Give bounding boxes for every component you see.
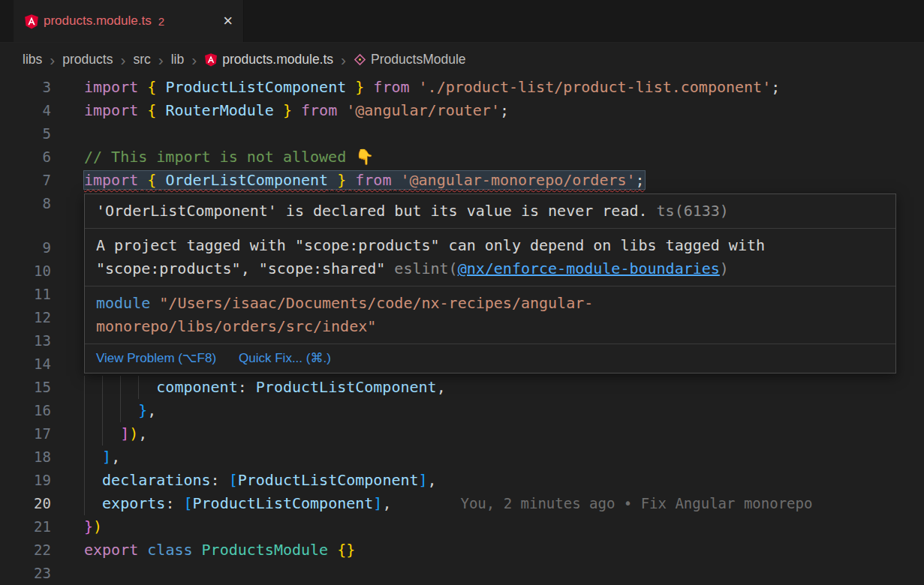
code-line[interactable]: 18], bbox=[0, 446, 924, 469]
line-number[interactable]: 4 bbox=[0, 99, 51, 122]
indent-guide bbox=[84, 492, 102, 515]
line-content: declarations: [ProductListComponent], bbox=[84, 469, 924, 492]
line-number[interactable]: 14 bbox=[0, 352, 51, 376]
code-line[interactable]: 23 bbox=[0, 562, 924, 585]
code-token: , bbox=[382, 494, 391, 512]
module-info-row: module "/Users/isaac/Documents/code/nx-r… bbox=[85, 286, 895, 344]
code-token: declarations bbox=[102, 471, 211, 489]
line-number[interactable]: 16 bbox=[0, 399, 51, 422]
eslint-diagnostic-row: A project tagged with "scope:products" c… bbox=[85, 229, 895, 286]
code-token bbox=[156, 101, 165, 119]
eslint-source-prefix: eslint( bbox=[394, 260, 457, 278]
line-number[interactable]: 13 bbox=[0, 329, 51, 352]
code-token: // This import is not allowed bbox=[84, 148, 355, 166]
indent-guide bbox=[84, 399, 138, 422]
line-content: ], bbox=[84, 446, 924, 469]
breadcrumb-item-libs[interactable]: libs bbox=[23, 52, 42, 68]
code-token: { bbox=[147, 171, 156, 189]
code-token: ] bbox=[419, 471, 428, 489]
line-number[interactable]: 19 bbox=[0, 469, 51, 492]
line-number[interactable]: 15 bbox=[0, 376, 51, 399]
code-line[interactable]: 16}, bbox=[0, 399, 924, 422]
code-token bbox=[328, 541, 337, 559]
ts-diagnostic-row: 'OrderListComponent' is declared but its… bbox=[85, 194, 895, 229]
code-token bbox=[138, 541, 147, 559]
code-line[interactable]: 4import { RouterModule } from '@angular/… bbox=[0, 99, 924, 122]
angular-file-icon bbox=[204, 52, 218, 67]
tab-products-module[interactable]: products.module.ts 2 × bbox=[14, 0, 244, 42]
line-number[interactable]: 11 bbox=[0, 283, 51, 306]
line-number[interactable]: 5 bbox=[0, 122, 51, 146]
code-token bbox=[138, 78, 147, 96]
code-token: ] bbox=[102, 448, 111, 466]
code-token bbox=[410, 78, 419, 96]
code-line[interactable]: 7import { OrderListComponent } from '@an… bbox=[0, 169, 924, 192]
code-token: import bbox=[84, 78, 138, 96]
code-line[interactable]: 6// This import is not allowed 👇 bbox=[0, 146, 924, 169]
line-content: exports: [ProductListComponent],You, 2 m… bbox=[84, 492, 924, 515]
line-number[interactable]: 21 bbox=[0, 515, 51, 538]
code-token: { bbox=[147, 101, 156, 119]
line-number[interactable]: 3 bbox=[0, 76, 51, 99]
quick-fix-action[interactable]: Quick Fix... (⌘.) bbox=[239, 350, 331, 367]
code-token: , bbox=[437, 378, 446, 396]
code-token: ProductListComponent bbox=[238, 471, 419, 489]
breadcrumb-item-file[interactable]: products.module.ts bbox=[222, 52, 333, 68]
problems-count-badge: 2 bbox=[158, 15, 164, 28]
breadcrumb-item-symbol[interactable]: ProductsModule bbox=[371, 52, 465, 68]
breadcrumb: libs › products › src › lib › products.m… bbox=[0, 43, 924, 76]
line-number[interactable]: 17 bbox=[0, 422, 51, 446]
code-token: 👇 bbox=[355, 148, 374, 166]
code-line[interactable]: 17]), bbox=[0, 422, 924, 446]
line-content bbox=[84, 562, 924, 585]
line-content bbox=[84, 122, 924, 146]
line-number[interactable]: 10 bbox=[0, 260, 51, 283]
ts-diagnostic-source: ts(6133) bbox=[657, 202, 729, 220]
eslint-message-line1: A project tagged with "scope:products" c… bbox=[96, 236, 765, 254]
code-line[interactable]: 21}) bbox=[0, 515, 924, 538]
code-line[interactable]: 3import { ProductListComponent } from '.… bbox=[0, 76, 924, 99]
code-token: { bbox=[147, 78, 156, 96]
line-content: export class ProductsModule {} bbox=[84, 538, 924, 562]
code-token: : bbox=[165, 494, 183, 512]
code-line[interactable]: 19declarations: [ProductListComponent], bbox=[0, 469, 924, 492]
line-number[interactable]: 20 bbox=[0, 492, 51, 515]
code-token: from bbox=[355, 171, 391, 189]
breadcrumb-item-products[interactable]: products bbox=[62, 52, 113, 68]
chevron-right-icon: › bbox=[49, 52, 56, 68]
code-token bbox=[274, 101, 283, 119]
line-number[interactable]: 22 bbox=[0, 538, 51, 562]
line-number[interactable]: 8 bbox=[0, 192, 51, 215]
code-token bbox=[391, 171, 400, 189]
code-line[interactable]: 15component: ProductListComponent, bbox=[0, 376, 924, 399]
code-token: [ bbox=[229, 471, 238, 489]
code-token bbox=[138, 171, 147, 189]
chevron-right-icon: › bbox=[191, 52, 197, 68]
line-number[interactable]: 7 bbox=[0, 169, 51, 192]
close-icon[interactable]: × bbox=[223, 13, 233, 29]
hover-popup: 'OrderListComponent' is declared but its… bbox=[84, 194, 896, 374]
code-token: ProductListComponent bbox=[193, 494, 374, 512]
line-number[interactable]: 18 bbox=[0, 446, 51, 469]
code-line[interactable]: 20exports: [ProductListComponent],You, 2… bbox=[0, 492, 924, 515]
line-number[interactable]: 6 bbox=[0, 146, 51, 169]
eslint-rule-link[interactable]: @nx/enforce-module-boundaries bbox=[458, 260, 720, 278]
line-content: ]), bbox=[84, 422, 924, 446]
code-token: import bbox=[84, 171, 138, 189]
line-number[interactable]: 12 bbox=[0, 306, 51, 329]
code-token: ; bbox=[771, 78, 780, 96]
tab-title: products.module.ts bbox=[44, 14, 152, 28]
line-number[interactable]: 23 bbox=[0, 562, 51, 585]
breadcrumb-item-lib[interactable]: lib bbox=[171, 52, 185, 68]
code-token: ) bbox=[129, 424, 138, 442]
view-problem-action[interactable]: View Problem (⌥F8) bbox=[96, 350, 216, 367]
code-token bbox=[346, 78, 355, 96]
breadcrumb-item-src[interactable]: src bbox=[133, 52, 150, 68]
code-line[interactable]: 22export class ProductsModule {} bbox=[0, 538, 924, 562]
code-token: class bbox=[147, 541, 192, 559]
code-line[interactable]: 5 bbox=[0, 122, 924, 146]
code-token: import bbox=[84, 101, 138, 119]
indent-guide bbox=[84, 446, 102, 469]
indent-guide bbox=[84, 376, 156, 399]
line-number[interactable]: 9 bbox=[0, 236, 51, 260]
